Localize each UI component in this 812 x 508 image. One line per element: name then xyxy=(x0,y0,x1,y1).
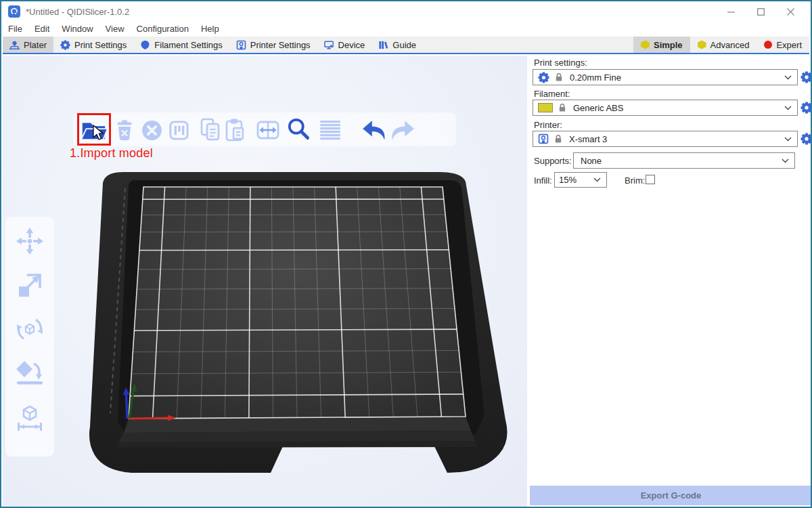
measure-icon xyxy=(15,402,45,432)
close-button[interactable] xyxy=(775,3,805,20)
app-logo-icon xyxy=(8,5,20,18)
mode-switcher: Simple Advanced Expert xyxy=(633,37,809,53)
gizmo-toolbar xyxy=(5,217,54,457)
minimize-button[interactable] xyxy=(716,3,746,20)
move-icon xyxy=(15,226,45,256)
undo-button[interactable] xyxy=(360,115,390,145)
lock-icon xyxy=(555,72,563,82)
rotate-tool[interactable] xyxy=(14,312,45,347)
printer-gear-button[interactable] xyxy=(800,133,812,145)
mode-advanced[interactable]: Advanced xyxy=(690,37,757,53)
printer-combo[interactable]: X-smart 3 xyxy=(533,131,798,147)
menu-help[interactable]: Help xyxy=(195,21,225,37)
chevron-down-icon xyxy=(784,106,792,110)
chevron-down-icon xyxy=(782,158,789,163)
split-view-icon xyxy=(254,117,281,144)
chevron-down-icon xyxy=(784,75,792,80)
filament-icon xyxy=(140,40,150,50)
redo-button[interactable] xyxy=(387,115,417,145)
delete-all-icon xyxy=(139,118,164,143)
printer-value: X-smart 3 xyxy=(569,134,607,144)
filament-label: Filament: xyxy=(534,89,570,99)
tab-plater[interactable]: Plater xyxy=(3,37,53,53)
paste-icon xyxy=(222,117,249,144)
filament-color-swatch xyxy=(538,103,553,112)
print-settings-gear-button[interactable] xyxy=(800,71,812,83)
tab-printer-settings[interactable]: Printer Settings xyxy=(229,37,317,53)
chevron-down-icon xyxy=(784,137,792,142)
brim-checkbox[interactable] xyxy=(646,175,655,184)
supports-combo[interactable]: None xyxy=(573,152,795,169)
measure-tool[interactable] xyxy=(14,400,45,435)
print-settings-label: Print settings: xyxy=(534,58,587,68)
filament-combo[interactable]: Generic ABS xyxy=(533,100,798,116)
delete-all-button[interactable] xyxy=(137,115,166,145)
delete-button[interactable] xyxy=(110,115,139,145)
split-view-button[interactable] xyxy=(253,115,283,145)
export-gcode-button[interactable]: Export G-code xyxy=(530,486,812,505)
place-on-face-tool[interactable] xyxy=(14,356,45,391)
tab-filament-settings-label: Filament Settings xyxy=(154,40,222,50)
tab-bar: Plater Print Settings Filament Settings … xyxy=(3,37,809,54)
scale-tool[interactable] xyxy=(14,268,45,303)
printer-icon xyxy=(538,133,549,144)
redo-icon xyxy=(388,116,416,144)
search-button[interactable] xyxy=(284,115,314,145)
menu-view[interactable]: View xyxy=(99,21,131,37)
menu-bar: File Edit Window View Configuration Help xyxy=(3,20,809,37)
mode-simple-label: Simple xyxy=(654,40,683,50)
plater-icon xyxy=(9,40,20,50)
viewport-3d[interactable]: 1.Import model xyxy=(3,56,527,507)
mode-advanced-label: Advanced xyxy=(710,40,750,50)
device-icon xyxy=(324,40,334,50)
gear-icon xyxy=(538,72,549,83)
axes-indicator xyxy=(123,383,176,421)
menu-edit[interactable]: Edit xyxy=(28,21,55,37)
place-on-face-icon xyxy=(15,358,45,388)
infill-label: Infill: xyxy=(534,175,552,186)
title-bar: *Untitled - QIDISlicer-1.0.2 xyxy=(3,3,809,20)
menu-window[interactable]: Window xyxy=(55,21,99,37)
window-title: *Untitled - QIDISlicer-1.0.2 xyxy=(26,7,129,17)
supports-value: None xyxy=(581,156,602,166)
move-tool[interactable] xyxy=(14,224,45,259)
lock-icon xyxy=(554,134,562,144)
print-settings-value: 0.20mm Fine xyxy=(570,72,621,83)
layer-list-icon xyxy=(317,117,344,144)
tab-printer-settings-label: Printer Settings xyxy=(250,40,311,50)
filament-gear-button[interactable] xyxy=(800,102,812,114)
infill-value: 15% xyxy=(559,175,577,185)
tab-filament-settings[interactable]: Filament Settings xyxy=(133,37,229,53)
tab-guide-label: Guide xyxy=(392,40,416,50)
guide-icon xyxy=(378,40,388,50)
scale-icon xyxy=(15,270,45,300)
maximize-button[interactable] xyxy=(746,3,775,20)
tab-guide[interactable]: Guide xyxy=(371,37,423,53)
undo-icon xyxy=(361,116,389,144)
gear-icon xyxy=(60,40,70,50)
tab-device[interactable]: Device xyxy=(317,37,372,53)
arrange-icon xyxy=(167,119,191,142)
filament-value: Generic ABS xyxy=(573,103,623,113)
menu-file[interactable]: File xyxy=(3,21,28,37)
tab-print-settings[interactable]: Print Settings xyxy=(53,37,133,53)
mode-simple[interactable]: Simple xyxy=(633,37,690,53)
print-settings-combo[interactable]: 0.20mm Fine xyxy=(533,69,798,85)
printer-icon xyxy=(236,40,246,50)
simple-mode-icon xyxy=(641,41,650,49)
tab-plater-label: Plater xyxy=(24,40,47,50)
expert-mode-icon xyxy=(764,41,772,49)
variable-layers-button[interactable] xyxy=(315,115,345,145)
arrange-button[interactable] xyxy=(164,115,194,145)
import-annotation: 1.Import model xyxy=(70,146,153,161)
search-icon xyxy=(285,116,313,144)
rotate-icon xyxy=(15,314,45,344)
infill-combo[interactable]: 15% xyxy=(554,172,607,188)
mode-expert[interactable]: Expert xyxy=(757,37,809,53)
menu-configuration[interactable]: Configuration xyxy=(131,21,195,37)
tab-print-settings-label: Print Settings xyxy=(74,40,127,50)
lock-icon xyxy=(558,103,566,112)
brim-label: Brim: xyxy=(625,175,645,186)
advanced-mode-icon xyxy=(698,41,706,49)
paste-button[interactable] xyxy=(221,115,250,145)
